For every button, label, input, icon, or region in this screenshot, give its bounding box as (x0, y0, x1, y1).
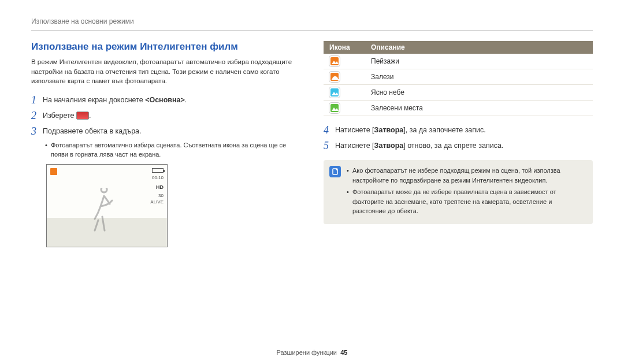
steps-right: 4 Натиснете [Затвора], за да започнете з… (324, 124, 593, 152)
right-column: Икона Описание Пейзажи Залези (324, 41, 593, 247)
step-number: 2 (31, 110, 43, 122)
table-row: Залези (324, 69, 593, 85)
th-desc: Описание (365, 41, 593, 54)
step-1: 1 На началния екран докоснете <Основна>. (31, 94, 300, 106)
note-item: Ако фотоапаратът не избере подходящ режи… (347, 166, 585, 185)
step-5: 5 Натиснете [Затвора] отново, за да спре… (324, 140, 593, 152)
step-number: 4 (324, 124, 335, 136)
cell-desc: Залези (365, 69, 593, 85)
sunset-icon (329, 72, 340, 82)
sub-bullet: Фотоапаратът автоматично избира сцената.… (31, 141, 300, 159)
step-text: Подравнете обекта в кадъра. (43, 125, 142, 135)
th-icon: Икона (324, 41, 365, 54)
step-text: На началния екран докоснете <Основна>. (43, 94, 187, 104)
sky-icon (329, 87, 340, 98)
running-header: Използване на основни режими (31, 17, 593, 25)
two-column-layout: Използване на режим Интелигентен филм В … (31, 41, 593, 247)
steps-left: 1 На началния екран докоснете <Основна>.… (31, 94, 300, 138)
left-column: Използване на режим Интелигентен филм В … (31, 41, 300, 247)
scene-icon-overlay (49, 167, 58, 176)
page: Използване на основни режими Използване … (0, 0, 624, 364)
step-text: Натиснете [Затвора] отново, за да спрете… (335, 140, 503, 150)
step-text: Изберете . (43, 110, 91, 120)
cell-desc: Ясно небе (365, 85, 593, 101)
svg-rect-0 (332, 79, 339, 80)
step-text: Натиснете [Затвора], за да започнете зап… (335, 124, 486, 134)
cell-desc: Залесени места (365, 101, 593, 116)
table-row: Пейзажи (324, 54, 593, 69)
skater-figure (90, 188, 118, 234)
note-item: Фотоапаратът може да не избере правилнат… (347, 187, 585, 216)
hd-label: HD (156, 184, 164, 190)
time-counter: 00:10 (152, 175, 164, 180)
table-row: Залесени места (324, 101, 593, 116)
camera-preview-illustration: 00:10 HD 30 ALIVE (46, 164, 168, 247)
icon-description-table: Икона Описание Пейзажи Залези (324, 41, 593, 116)
note-list: Ако фотоапаратът не избере подходящ режи… (347, 166, 585, 218)
header-separator (31, 30, 593, 31)
page-footer: Разширени функции 45 (0, 349, 624, 356)
battery-icon (152, 168, 164, 173)
step-number: 5 (324, 140, 335, 152)
step-number: 1 (31, 94, 43, 106)
cell-desc: Пейзажи (365, 54, 593, 69)
side-labels: 30 ALIVE (150, 192, 164, 205)
forest-icon (329, 103, 340, 113)
step-3: 3 Подравнете обекта в кадъра. (31, 125, 300, 138)
landscape-icon (329, 56, 340, 66)
intro-paragraph: В режим Интелигентен видеоклип, фотоапар… (31, 57, 300, 86)
step-number: 3 (31, 125, 43, 138)
note-box: Ако фотоапаратът не избере подходящ режи… (324, 160, 593, 224)
step-2: 2 Изберете . (31, 110, 300, 122)
smart-mode-icon (76, 112, 89, 120)
step-4: 4 Натиснете [Затвора], за да започнете з… (324, 124, 593, 136)
table-row: Ясно небе (324, 85, 593, 101)
info-icon (329, 166, 341, 177)
section-title: Използване на режим Интелигентен филм (31, 41, 300, 53)
